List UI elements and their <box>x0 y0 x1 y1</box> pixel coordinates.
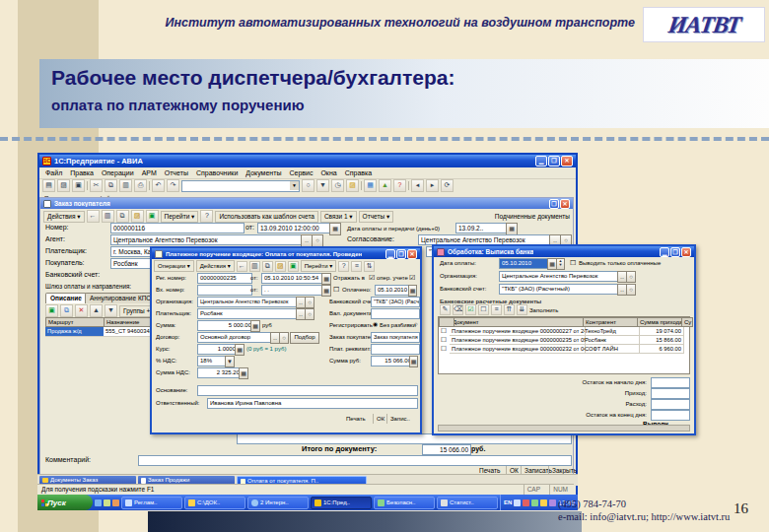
split-radio[interactable]: ○ <box>414 320 418 329</box>
payment-sum-input[interactable]: 5 000.00 <box>197 320 254 331</box>
sort-up-icon[interactable]: ⇈ <box>504 304 515 315</box>
bank-col-contragent[interactable]: Контрагент <box>583 317 642 327</box>
contract-input[interactable]: Основной договор <box>197 332 274 343</box>
payment-window-titlebar[interactable]: Платежное поручение входящее: Оплата от … <box>152 248 420 259</box>
chart-icon[interactable]: ▲ <box>379 179 391 192</box>
bank-account-input[interactable]: "ТКБ" (ЗАО) (Расчетный) <box>499 284 621 295</box>
order-close-icon[interactable]: ✕ <box>560 199 570 209</box>
tray-network-icon[interactable] <box>531 499 538 506</box>
structure-icon[interactable]: ▨ <box>131 210 144 223</box>
redo-icon[interactable]: ↷ <box>167 179 179 192</box>
move-up-icon[interactable]: ▲ <box>90 304 103 317</box>
bank-row-amount[interactable]: 6 960.00 <box>637 345 684 354</box>
chevron-down-icon[interactable]: ▼ <box>290 181 299 190</box>
row-checkbox[interactable]: ☐ <box>441 344 447 353</box>
delete-row-icon[interactable]: ✕ <box>75 304 88 317</box>
paste-icon[interactable]: ▥ <box>119 179 132 192</box>
magnifier-icon[interactable]: ○ <box>305 308 315 320</box>
bank-min-icon[interactable]: ▁ <box>660 247 669 257</box>
new-doc-icon[interactable]: ▤ <box>42 179 55 192</box>
magnifier-icon[interactable]: ○ <box>626 271 636 283</box>
menu-item[interactable]: Операции <box>102 167 134 178</box>
spinner-icon[interactable]: ▲▼ <box>556 258 565 270</box>
bank-row-doc[interactable]: Платежное поручение входящее 0000000227 … <box>450 327 586 336</box>
order-restore-icon[interactable]: ❐ <box>549 199 559 209</box>
taskbar-button-active-1c[interactable]: 1С:Пред.. <box>311 497 372 509</box>
structure-icon[interactable]: ▨ <box>275 261 286 272</box>
bank-row-contragent[interactable]: ТехноТрейд <box>583 327 640 336</box>
folder-icon[interactable]: ▨ <box>346 179 359 192</box>
calc-icon[interactable]: ▦ <box>239 367 248 379</box>
reports-menu-button[interactable]: Отчеты ▾ <box>359 211 394 223</box>
menu-item[interactable]: Файл <box>45 167 62 178</box>
help-icon[interactable]: ? <box>393 179 406 192</box>
menu-item[interactable]: Сервис <box>289 167 313 178</box>
history-icon[interactable]: ◷ <box>331 179 344 192</box>
undo-icon[interactable]: ↶ <box>152 179 165 192</box>
add-row-icon[interactable]: ▣ <box>45 304 58 317</box>
help-q-icon[interactable]: ? <box>338 261 349 272</box>
bank-close-icon[interactable]: ✕ <box>681 247 691 257</box>
magnifier-icon[interactable]: ○ <box>626 284 636 296</box>
quicklaunch-ie-icon[interactable] <box>95 499 102 506</box>
paid-checkbox[interactable]: ☐ <box>333 285 339 294</box>
taskbar-button[interactable]: Безопасн.. <box>374 497 435 509</box>
calc-icon[interactable]: ▦ <box>250 320 260 332</box>
row-checkbox[interactable]: ☐ <box>441 326 447 335</box>
tab-description[interactable]: Описание <box>45 293 87 303</box>
payment-bank-input[interactable]: "ТКБ" (ЗАО) (Расчетный) <box>371 297 420 307</box>
taskbar-button[interactable]: С:\ДОК.. <box>184 497 245 509</box>
quicklaunch-player-icon[interactable] <box>112 499 119 506</box>
minimize-icon[interactable]: ▁ <box>535 156 547 166</box>
in-date-input[interactable]: . . <box>261 285 324 296</box>
reg-number-input[interactable]: 00000000235 <box>197 273 252 284</box>
payment-max-icon[interactable]: ❐ <box>396 249 406 259</box>
sum-rub-input[interactable]: 15 066.00 <box>371 356 414 366</box>
edit-icon[interactable]: ✎ <box>440 304 451 315</box>
calc-icon[interactable]: ▦ <box>409 356 418 367</box>
order-agent-input[interactable]: Центральное Агентство Перевозок <box>110 234 304 245</box>
bank-col-doc[interactable]: Документ <box>450 317 588 327</box>
links-menu-button[interactable]: Связи 1 ▾ <box>320 211 357 223</box>
list-icon[interactable]: ≡ <box>351 261 362 272</box>
bank-window-titlebar[interactable]: Обработка: Выписка банка ▁ ❐ ✕ <box>434 246 694 257</box>
order-number-input[interactable]: 000000116 <box>110 223 245 233</box>
payment-min-icon[interactable]: ▁ <box>385 249 395 259</box>
updown-icon[interactable]: ⇅ <box>364 261 375 272</box>
bank-hscrollbar[interactable] <box>438 425 690 432</box>
rate-input[interactable]: 1.0000 <box>197 344 239 355</box>
start-button[interactable]: Пуск <box>37 495 93 510</box>
goto-menu-button[interactable]: Перейти ▾ <box>161 211 199 223</box>
bank-row-contragent[interactable]: Росбанк <box>583 336 640 345</box>
chevron-down-icon[interactable]: ▼ <box>225 356 235 367</box>
quicklaunch-desktop-icon[interactable] <box>104 499 110 506</box>
no-split-radio[interactable]: ◉ <box>373 320 378 329</box>
bank-row-contragent[interactable]: СОФТ ЛАЙН <box>583 345 640 354</box>
magnifier-icon[interactable]: ○ <box>305 297 315 308</box>
find-icon[interactable]: ○ <box>302 179 315 192</box>
order-comment-input[interactable] <box>138 455 572 466</box>
order-table-cell-route[interactable]: Продажа ж/д <box>45 327 107 337</box>
menu-item[interactable]: Справка <box>345 167 372 178</box>
uncheck-all-icon[interactable]: ☐ <box>478 304 489 315</box>
taskbar-button[interactable]: 2 Интерн.. <box>247 497 309 509</box>
buyer-order-input[interactable]: Заказ покупателя 0000000.. <box>371 332 420 343</box>
refresh-icon[interactable]: ⟳ <box>441 179 454 192</box>
vat-sum-input[interactable]: 2 325.20 <box>197 367 243 378</box>
nav-fwd-icon[interactable]: ▸ <box>426 179 439 192</box>
oper-checkbox[interactable]: ☑ <box>369 273 375 282</box>
back-arrow-icon[interactable]: ← <box>237 261 247 272</box>
goto-menu-button[interactable]: Перейти ▾ <box>301 260 336 272</box>
copy-doc-icon[interactable]: ⧉ <box>262 261 273 272</box>
table-icon[interactable]: ▦ <box>364 179 377 192</box>
menu-item[interactable]: Отчеты <box>165 167 188 178</box>
main-window-titlebar[interactable]: 1С 1С:Предприятие - АВИА ▁ ❐ ✕ <box>39 155 576 167</box>
check-all-icon[interactable]: ☑ <box>465 304 476 315</box>
tray-update-icon[interactable] <box>540 499 547 506</box>
payment-org-input[interactable]: Центральное Агентство Перевозок <box>197 297 300 307</box>
calendar-icon[interactable]: ▦ <box>329 223 341 235</box>
nav-back-icon[interactable]: ◂ <box>411 179 424 192</box>
tray-antivirus-icon[interactable] <box>523 499 529 506</box>
reg-date-input[interactable]: 05.10.2010 10:50:54 <box>261 273 324 284</box>
taskbar-button[interactable]: Статист.. <box>437 497 498 509</box>
